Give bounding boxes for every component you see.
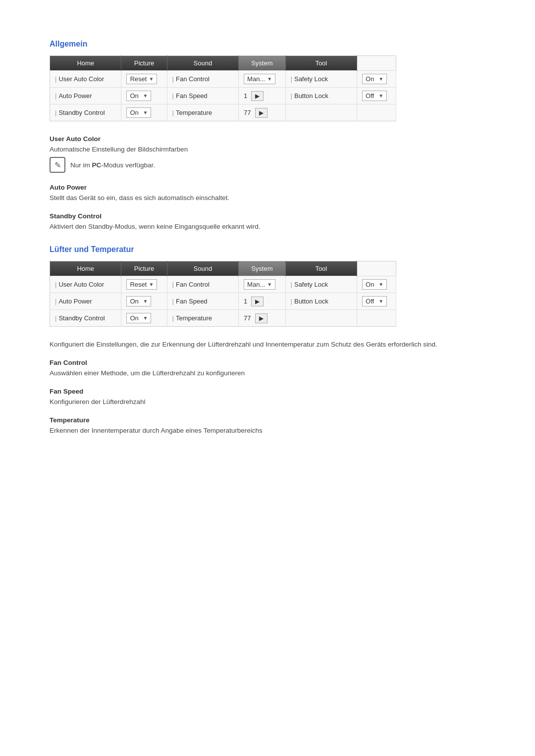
note-box: ✎ Nur im PC-Modus verfügbar. bbox=[50, 157, 485, 173]
auto-power-desc-block: Auto Power Stellt das Gerät so ein, dass… bbox=[50, 184, 485, 202]
standby-control-desc-block: Standby Control Aktiviert den Standby-Mo… bbox=[50, 212, 485, 230]
user-auto-color-description: Automatische Einstellung der Bildschirmf… bbox=[50, 146, 485, 153]
temperature-label-2: Temperature bbox=[167, 310, 238, 327]
note-text: Nur im PC-Modus verfügbar. bbox=[70, 161, 155, 169]
fan-control-label: Fan Control bbox=[167, 71, 238, 88]
tab-sound-2[interactable]: Sound bbox=[167, 261, 238, 276]
table-row: User Auto Color Reset ▼ Fan Control Man.… bbox=[50, 276, 396, 293]
auto-power-label-2: Auto Power bbox=[50, 293, 121, 310]
table-row: Auto Power On ▼ Fan Speed 1 ▶ Button Loc… bbox=[50, 88, 396, 104]
table-row: User Auto Color Reset ▼ Fan Control Man.… bbox=[50, 71, 396, 88]
standby-control-heading: Standby Control bbox=[50, 212, 485, 220]
auto-power-control[interactable]: On ▼ bbox=[121, 88, 167, 104]
auto-power-description: Stellt das Gerät so ein, dass es sich au… bbox=[50, 194, 485, 202]
temperature-heading: Temperature bbox=[50, 416, 485, 424]
auto-power-heading: Auto Power bbox=[50, 184, 485, 191]
luefter-intro: Konfiguriert die Einstellungen, die zur … bbox=[50, 341, 485, 348]
allgemein-menu-table: Home Picture Sound System Tool User Auto… bbox=[50, 55, 396, 121]
auto-power-label: Auto Power bbox=[50, 88, 121, 104]
temperature-desc-block: Temperature Erkennen der Innentemperatur… bbox=[50, 416, 485, 434]
table-row: Standby Control On ▼ Temperature 77 ▶ bbox=[50, 104, 396, 121]
safety-lock-control-2[interactable]: On ▼ bbox=[357, 276, 396, 293]
table-row: Auto Power On ▼ Fan Speed 1 ▶ Button Loc… bbox=[50, 293, 396, 310]
user-auto-color-desc-block: User Auto Color Automatische Einstellung… bbox=[50, 135, 485, 173]
safety-lock-control[interactable]: On ▼ bbox=[357, 71, 396, 88]
fan-speed-desc-block: Fan Speed Konfigurieren der Lüfterdrehza… bbox=[50, 388, 485, 405]
user-auto-color-control[interactable]: Reset ▼ bbox=[121, 71, 167, 88]
tab-picture-2[interactable]: Picture bbox=[121, 261, 167, 276]
temperature-label: Temperature bbox=[167, 104, 238, 121]
user-auto-color-heading: User Auto Color bbox=[50, 135, 485, 143]
tab-home-2[interactable]: Home bbox=[50, 261, 121, 276]
pencil-icon: ✎ bbox=[50, 157, 65, 173]
button-lock-control-2[interactable]: Off ▼ bbox=[357, 293, 396, 310]
button-lock-label-2: Button Lock bbox=[285, 293, 357, 310]
standby-control-label-2: Standby Control bbox=[50, 310, 121, 327]
fan-control-heading: Fan Control bbox=[50, 359, 485, 366]
table-row: Standby Control On ▼ Temperature 77 ▶ bbox=[50, 310, 396, 327]
fan-speed-label: Fan Speed bbox=[167, 88, 238, 104]
fan-control-control-2[interactable]: Man... ▼ bbox=[239, 276, 286, 293]
user-auto-color-label: User Auto Color bbox=[50, 71, 121, 88]
button-lock-label: Button Lock bbox=[285, 88, 357, 104]
fan-speed-label-2: Fan Speed bbox=[167, 293, 238, 310]
luefter-section: Lüfter und Temperatur Home Picture Sound… bbox=[50, 245, 485, 434]
empty-cell-1 bbox=[285, 104, 357, 121]
luefter-menu-table: Home Picture Sound System Tool User Auto… bbox=[50, 261, 396, 327]
tab-tool-2[interactable]: Tool bbox=[285, 261, 357, 276]
luefter-title: Lüfter und Temperatur bbox=[50, 245, 485, 254]
safety-lock-label: Safety Lock bbox=[285, 71, 357, 88]
temperature-control-2[interactable]: 77 ▶ bbox=[239, 310, 286, 327]
tab-tool[interactable]: Tool bbox=[285, 56, 357, 71]
fan-control-description: Auswählen einer Methode, um die Lüfterdr… bbox=[50, 369, 485, 377]
user-auto-color-control-2[interactable]: Reset ▼ bbox=[121, 276, 167, 293]
standby-control-control-2[interactable]: On ▼ bbox=[121, 310, 167, 327]
fan-speed-description: Konfigurieren der Lüfterdrehzahl bbox=[50, 398, 485, 405]
standby-control-control[interactable]: On ▼ bbox=[121, 104, 167, 121]
tab-system-active-2[interactable]: System bbox=[239, 261, 286, 276]
standby-control-label: Standby Control bbox=[50, 104, 121, 121]
user-auto-color-label-2: User Auto Color bbox=[50, 276, 121, 293]
tab-home[interactable]: Home bbox=[50, 56, 121, 71]
fan-speed-control[interactable]: 1 ▶ bbox=[239, 88, 286, 104]
allgemein-title: Allgemein bbox=[50, 40, 485, 49]
fan-speed-control-2[interactable]: 1 ▶ bbox=[239, 293, 286, 310]
tab-sound[interactable]: Sound bbox=[167, 56, 238, 71]
empty-cell-4 bbox=[357, 310, 396, 327]
fan-speed-heading: Fan Speed bbox=[50, 388, 485, 395]
tab-picture[interactable]: Picture bbox=[121, 56, 167, 71]
empty-cell-3 bbox=[285, 310, 357, 327]
fan-control-label-2: Fan Control bbox=[167, 276, 238, 293]
fan-control-control[interactable]: Man... ▼ bbox=[239, 71, 286, 88]
page-container: Allgemein Home Picture Sound System Tool… bbox=[50, 40, 485, 434]
button-lock-control[interactable]: Off ▼ bbox=[357, 88, 396, 104]
safety-lock-label-2: Safety Lock bbox=[285, 276, 357, 293]
temperature-control[interactable]: 77 ▶ bbox=[239, 104, 286, 121]
fan-control-desc-block: Fan Control Auswählen einer Methode, um … bbox=[50, 359, 485, 377]
temperature-description: Erkennen der Innentemperatur durch Angab… bbox=[50, 427, 485, 434]
auto-power-control-2[interactable]: On ▼ bbox=[121, 293, 167, 310]
tab-system-active[interactable]: System bbox=[239, 56, 286, 71]
allgemein-section: Allgemein Home Picture Sound System Tool… bbox=[50, 40, 485, 230]
empty-cell-2 bbox=[357, 104, 396, 121]
standby-control-description: Aktiviert den Standby-Modus, wenn keine … bbox=[50, 223, 485, 230]
